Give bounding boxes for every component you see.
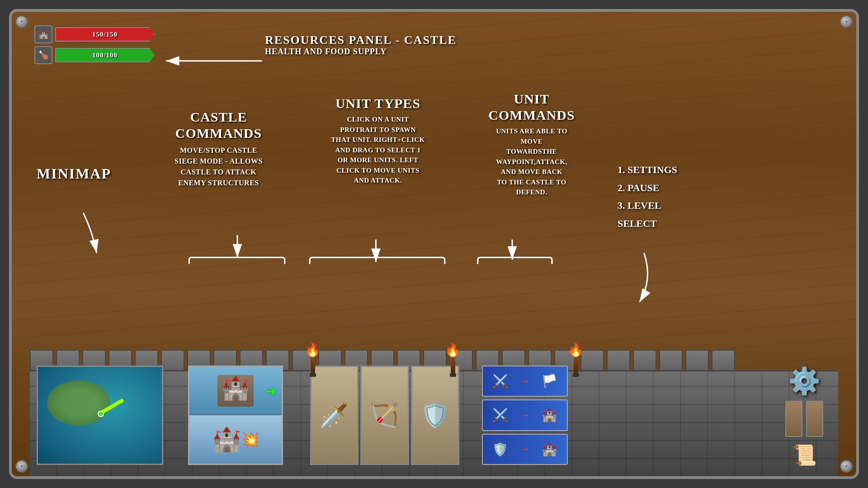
warrior-icon: 🗡️ bbox=[320, 402, 349, 429]
minimap-land bbox=[47, 380, 110, 426]
cmd-attack[interactable]: ⚔️ → 🏰 bbox=[482, 399, 568, 431]
unit-types-label: UNIT TYPES CLICK ON A UNIT PROTRAIT TO S… bbox=[301, 95, 455, 186]
unit-slot-warrior[interactable]: 🗡️ bbox=[310, 366, 359, 465]
torch-base bbox=[310, 373, 316, 377]
outer-frame: 🏰 150/150 🍗 100/100 RESOURCES PANEL - CA… bbox=[9, 9, 859, 479]
food-row: 🍗 100/100 bbox=[34, 46, 155, 64]
cmd-arrow-defend: → bbox=[520, 443, 530, 455]
castle-commands-panel: ➜ 🏰 💥 bbox=[188, 366, 283, 465]
food-bar-bg: 100/100 bbox=[55, 48, 155, 62]
castle-panel-inner: ➜ 🏰 💥 bbox=[189, 367, 282, 464]
settings-btn-2[interactable] bbox=[806, 401, 823, 437]
minimap-box bbox=[37, 366, 163, 465]
minimap-label: MINIMAP bbox=[37, 165, 111, 182]
torch-left: 🔥 bbox=[305, 343, 321, 377]
health-row: 🏰 150/150 bbox=[34, 25, 155, 43]
health-bar-bg: 150/150 bbox=[55, 27, 155, 42]
castle-panel-bottom: 🏰 💥 bbox=[189, 415, 282, 464]
unit-commands-panel: ⚔️ → 🏳️ ⚔️ → 🏰 🛡️ → 🏰 bbox=[482, 366, 568, 465]
defend-icon: 🛡️ bbox=[492, 442, 508, 457]
cmd-arrow-attack: → bbox=[520, 409, 530, 421]
siege-image: 🏰 bbox=[212, 426, 241, 453]
waypoint-icon: 🏳️ bbox=[542, 374, 557, 389]
torch-body bbox=[574, 357, 578, 373]
archer-icon: 🏹 bbox=[370, 402, 399, 429]
torch-base bbox=[450, 373, 456, 377]
food-icon: 🍗 bbox=[34, 46, 52, 64]
resources-panel: 🏰 150/150 🍗 100/100 bbox=[34, 25, 155, 67]
health-icon: 🏰 bbox=[34, 25, 52, 43]
torch-flame: 🔥 bbox=[445, 343, 461, 357]
settings-list: 1. SETTINGS 2. PAUSE 3. LEVEL SELECT bbox=[618, 161, 677, 232]
torch-body bbox=[311, 357, 315, 373]
minimap-inner bbox=[38, 367, 162, 464]
settings-btn-1[interactable] bbox=[785, 401, 802, 437]
screw-top-left bbox=[15, 15, 28, 28]
unit-slot-knight[interactable]: 🛡️ bbox=[411, 366, 459, 465]
resources-label: RESOURCES PANEL - CASTLE HEALTH AND FOOD… bbox=[265, 33, 457, 56]
unit-move-icon: ⚔️ bbox=[492, 374, 508, 389]
cmd-defend[interactable]: 🛡️ → 🏰 bbox=[482, 434, 568, 465]
cmd-move-waypoint[interactable]: ⚔️ → 🏳️ bbox=[482, 366, 568, 397]
torch-right-units: 🔥 bbox=[445, 343, 461, 377]
castle-panel-top: ➜ bbox=[189, 367, 282, 415]
castle-image bbox=[217, 375, 254, 407]
unit-types-panel: 🗡️ 🏹 🛡️ bbox=[310, 366, 459, 465]
torch-flame: 🔥 bbox=[305, 343, 321, 357]
torch-flame: 🔥 bbox=[568, 343, 584, 357]
minimap-position-dot bbox=[98, 411, 104, 417]
health-bar-text: 150/150 bbox=[56, 31, 154, 38]
screw-bottom-right bbox=[840, 460, 853, 473]
scroll-icon[interactable]: 📜 bbox=[792, 443, 817, 467]
screw-top-right bbox=[840, 15, 853, 28]
screw-bottom-left bbox=[15, 460, 28, 473]
knight-icon: 🛡️ bbox=[420, 402, 450, 429]
castle-attack-icon: 🏰 bbox=[542, 408, 557, 422]
settings-buttons bbox=[785, 401, 823, 437]
unit-slot-archer[interactable]: 🏹 bbox=[360, 366, 409, 465]
attack-icon: ⚔️ bbox=[492, 408, 508, 422]
projectile-icon: 💥 bbox=[241, 431, 259, 448]
cmd-arrow-move: → bbox=[520, 375, 530, 387]
torch-base bbox=[573, 373, 579, 377]
gear-icon[interactable]: ⚙️ bbox=[788, 366, 821, 396]
food-bar-text: 100/100 bbox=[56, 52, 154, 59]
torch-right-cmds: 🔥 bbox=[568, 343, 584, 377]
move-arrow: ➜ bbox=[265, 383, 276, 399]
castle-commands-label: CASTLE COMMANDS MOVE/STOP CASTLE SIEGE M… bbox=[175, 109, 263, 188]
castle-defend-icon: 🏰 bbox=[542, 442, 557, 457]
torch-body bbox=[451, 357, 455, 373]
unit-commands-label: UNIT COMMANDS UNITS ARE ABLE TO MOVE TOW… bbox=[468, 91, 595, 197]
settings-panel: ⚙️ 📜 bbox=[777, 366, 831, 465]
